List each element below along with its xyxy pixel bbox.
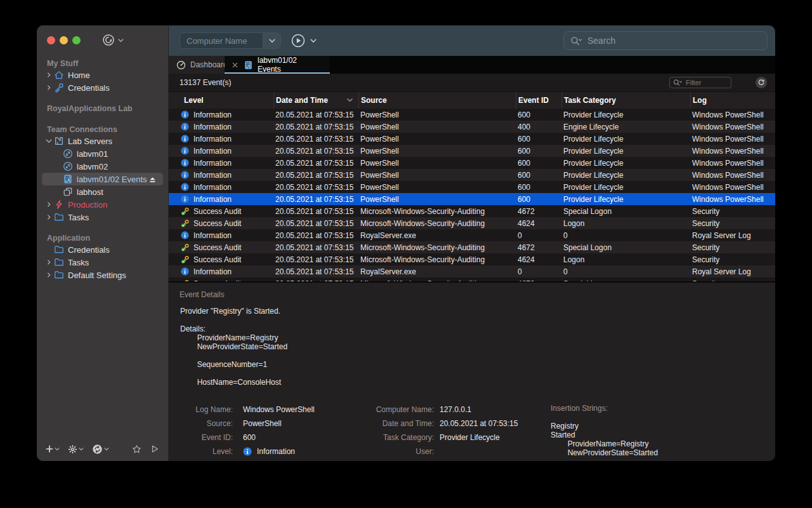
- source-cell: PowerShell: [358, 195, 516, 204]
- event-row[interactable]: Success Audit20.05.2021 at 07:53:15Micro…: [169, 217, 775, 229]
- minimize-window-button[interactable]: [60, 36, 68, 44]
- tab-labvm01-02-events[interactable]: labvm01/02 Events: [225, 56, 330, 74]
- events-icon: [244, 60, 253, 70]
- datetime-cell: 20.05.2021 at 07:53:15: [273, 207, 358, 216]
- refresh-button[interactable]: [756, 77, 767, 88]
- sidebar-item-label: Default Settings: [68, 271, 126, 280]
- favorites-star-icon[interactable]: [132, 444, 141, 454]
- settings-button[interactable]: [68, 444, 84, 454]
- run-icon[interactable]: [150, 444, 159, 453]
- task-category-cell: Provider Lifecycle: [561, 110, 690, 119]
- detail-field: User:: [370, 444, 551, 458]
- event-row[interactable]: Success Audit20.05.2021 at 07:53:15Micro…: [169, 205, 775, 217]
- sidebar-item-credentials[interactable]: Credentials: [42, 243, 163, 256]
- chevron-right-icon[interactable]: [44, 260, 53, 265]
- chevron-right-icon[interactable]: [44, 72, 53, 77]
- sidebar-item-labvm01-02-events[interactable]: labvm01/02 Events: [42, 173, 163, 185]
- datetime-cell: 20.05.2021 at 07:53:15: [273, 147, 358, 156]
- level-cell: Information: [193, 267, 232, 276]
- event-details-text: Provider "Registry" is Started. Details:…: [180, 307, 775, 387]
- chevron-right-icon[interactable]: [44, 215, 53, 220]
- success-audit-level-icon: [181, 255, 189, 264]
- event-row[interactable]: Information20.05.2021 at 07:53:15PowerSh…: [169, 169, 775, 181]
- chevron-down-icon[interactable]: [310, 37, 317, 44]
- source-cell: PowerShell: [358, 123, 516, 131]
- event-row[interactable]: Information20.05.2021 at 07:53:15PowerSh…: [169, 181, 775, 193]
- sidebar-item-label: Home: [68, 70, 90, 80]
- computer-name-dropdown-button[interactable]: [263, 33, 280, 48]
- connect-button[interactable]: [92, 444, 109, 455]
- computer-name-combobox[interactable]: Computer Name: [180, 32, 281, 49]
- event-row[interactable]: Information20.05.2021 at 07:53:15PowerSh…: [169, 145, 775, 157]
- sidebar-item-tasks[interactable]: Tasks: [42, 256, 163, 269]
- information-level-icon: [181, 267, 189, 276]
- sidebar-item-labvm01[interactable]: labvm01: [42, 147, 163, 160]
- close-window-button[interactable]: [47, 36, 55, 44]
- sidebar: My StuffHomeCredentialsRoyalApplications…: [37, 25, 169, 461]
- column-header-source[interactable]: Source: [358, 92, 516, 109]
- event-row[interactable]: Success Audit20.05.2021 at 07:53:15Micro…: [169, 241, 775, 253]
- log-cell: Windows PowerShell: [690, 171, 775, 180]
- sidebar-item-home[interactable]: Home: [42, 69, 163, 81]
- detail-field-label: Log Name:: [180, 405, 233, 414]
- sidebar-item-labhost[interactable]: labhost: [42, 185, 163, 198]
- chevron-down-icon[interactable]: [44, 138, 53, 144]
- level-cell: Information: [193, 147, 232, 156]
- sidebar-item-production[interactable]: Production: [42, 198, 163, 211]
- information-level-icon: [181, 135, 189, 143]
- level-cell: Information: [193, 231, 232, 240]
- log-cell: Security: [690, 219, 775, 228]
- search-input[interactable]: Search: [563, 31, 768, 50]
- vm-icon: [62, 149, 73, 159]
- level-cell: Information: [193, 159, 232, 168]
- success-audit-level-icon: [181, 243, 189, 251]
- titlebar: [37, 25, 168, 55]
- chevron-right-icon[interactable]: [44, 85, 53, 90]
- sidebar-item-lab-servers[interactable]: Lab Servers: [42, 135, 163, 147]
- sidebar-item-default-settings[interactable]: Default Settings: [42, 269, 163, 281]
- sidebar-item-labvm02[interactable]: labvm02: [42, 160, 163, 173]
- detail-field: Task Category:Provider Lifecycle: [370, 431, 551, 444]
- event-row[interactable]: Information20.05.2021 at 07:53:15PowerSh…: [169, 193, 775, 205]
- event-row[interactable]: Information20.05.2021 at 07:53:15PowerSh…: [169, 121, 775, 133]
- column-header-log[interactable]: Log: [690, 92, 775, 109]
- source-cell: PowerShell: [358, 159, 516, 168]
- add-button[interactable]: [46, 445, 60, 453]
- zoom-window-button[interactable]: [72, 36, 81, 44]
- filter-search-icon: [673, 77, 683, 88]
- connect-play-button[interactable]: [291, 34, 305, 48]
- event-row[interactable]: Success Audit20.05.2021 at 07:53:15Micro…: [169, 253, 775, 265]
- event-id-cell: 600: [516, 110, 561, 119]
- detail-field: Level:Information: [180, 444, 370, 458]
- eject-icon[interactable]: [148, 175, 157, 184]
- detail-field: Date and Time:20.05.2021 at 07:53:15: [370, 417, 551, 431]
- event-row[interactable]: Information20.05.2021 at 07:53:15RoyalSe…: [169, 265, 775, 277]
- column-header-level[interactable]: Level: [169, 92, 273, 109]
- folder-icon: [53, 212, 64, 223]
- event-row[interactable]: Information20.05.2021 at 07:53:15PowerSh…: [169, 109, 775, 121]
- filter-input[interactable]: Filter: [669, 77, 731, 88]
- sidebar-section-title: Team Connections: [47, 124, 168, 135]
- level-cell: Information: [193, 110, 232, 119]
- event-row[interactable]: Information20.05.2021 at 07:53:15PowerSh…: [169, 157, 775, 169]
- event-id-cell: 0: [516, 231, 561, 240]
- chevron-right-icon[interactable]: [44, 202, 53, 207]
- detail-field-label: Task Category:: [370, 433, 434, 442]
- column-header-label: Event ID: [518, 96, 549, 105]
- close-tab-icon[interactable]: [232, 62, 238, 68]
- quick-connect-menu[interactable]: [102, 34, 124, 46]
- insertion-strings-label: Insertion Strings:: [551, 403, 775, 417]
- column-header-task-category[interactable]: Task Category: [561, 92, 690, 109]
- datetime-cell: 20.05.2021 at 07:53:15: [273, 159, 358, 168]
- chevron-right-icon[interactable]: [44, 272, 53, 277]
- event-row[interactable]: Information20.05.2021 at 07:53:15RoyalSe…: [169, 229, 775, 241]
- sidebar-item-credentials[interactable]: Credentials: [42, 81, 163, 94]
- folder-icon: [53, 270, 64, 281]
- sidebar-item-tasks[interactable]: Tasks: [42, 211, 163, 224]
- search-placeholder: Search: [587, 36, 615, 46]
- event-row[interactable]: Information20.05.2021 at 07:53:15PowerSh…: [169, 133, 775, 145]
- column-header-event-id[interactable]: Event ID: [516, 92, 561, 109]
- column-header-date-and-time[interactable]: Date and Time: [273, 92, 358, 109]
- tab-dashboard[interactable]: Dashboard: [169, 56, 225, 74]
- event-id-cell: 600: [516, 147, 561, 156]
